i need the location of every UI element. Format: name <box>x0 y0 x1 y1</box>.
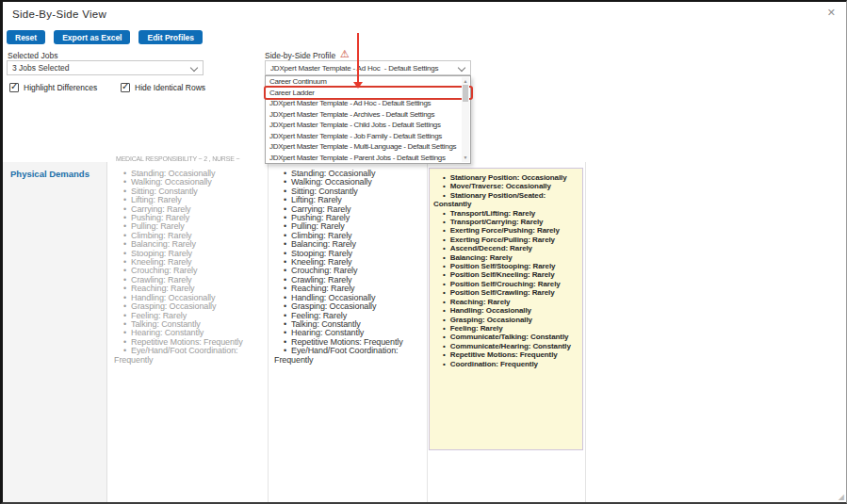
selected-jobs-select[interactable]: 3 Jobs Selected <box>7 60 204 75</box>
demand-item: Position Self/Kneeling: Rarely <box>433 270 578 279</box>
dropdown-option[interactable]: JDXpert Master Template - Multi-Language… <box>266 141 470 153</box>
checkbox-label: Hide Identical Rows <box>135 83 205 92</box>
profile-select[interactable]: JDXpert Master Template - Ad Hoc - Defau… <box>265 60 471 75</box>
hide-identical-rows-checkbox[interactable]: ✓ Hide Identical Rows <box>121 83 205 92</box>
profile-dropdown-list: Career Continuum Career Ladder JDXpert M… <box>265 75 471 164</box>
profile-selected-value: JDXpert Master Template - Ad Hoc - Defau… <box>270 61 455 75</box>
checkmark-icon: ✓ <box>10 81 18 91</box>
scroll-down-icon[interactable]: ▼ <box>462 154 469 161</box>
demand-item: Feeling: Rarely <box>433 324 578 333</box>
demand-column-job2: Standing: OccasionallyWalking: Occasiona… <box>274 170 423 365</box>
demand-column-job3: Stationary Position: OccasionallyMove/Tr… <box>430 169 582 368</box>
reset-button[interactable]: Reset <box>7 30 45 44</box>
demand-item: Eye/Hand/Foot Coordination: Frequently <box>274 347 423 365</box>
demand-item: Position Self/Crouching: Rarely <box>433 280 578 288</box>
annotation-arrow-line <box>357 33 359 83</box>
demand-item: Transport/Lifting: Rarely <box>433 209 578 218</box>
scroll-up-icon[interactable]: ▲ <box>462 78 469 85</box>
dropdown-option[interactable]: JDXpert Master Template - Archives - Def… <box>266 109 470 121</box>
demand-item: Balancing: Rarely <box>433 253 578 262</box>
demand-item: Exerting Force/Pushing: Rarely <box>433 226 578 235</box>
demand-item: Stationary Position: Occasionally <box>433 173 578 182</box>
comparison-table: Physical Demands MEDICAL RESPONSIBILITY … <box>3 162 846 502</box>
demand-item: Coordination: Frequently <box>433 360 578 368</box>
close-icon[interactable]: ✕ <box>827 7 836 19</box>
dropdown-option[interactable]: Career Continuum <box>266 76 470 88</box>
row-header-panel: Physical Demands <box>3 162 107 502</box>
demand-item: Exerting Force/Pulling: Rarely <box>433 236 578 244</box>
checkbox-box: ✓ <box>121 83 130 92</box>
column-separator <box>585 162 586 502</box>
demand-item: Ascend/Decend: Rarely <box>433 244 578 252</box>
edit-profiles-button[interactable]: Edit Profiles <box>138 30 203 44</box>
demand-item: Stationary Position/Seated: Constantly <box>433 191 578 209</box>
export-excel-button[interactable]: Export as Excel <box>54 30 130 44</box>
demand-column-job1: Standing: OccasionallyWalking: Occasiona… <box>114 170 265 365</box>
demand-item: Eye/Hand/Foot Coordination: Frequently <box>114 347 265 365</box>
demand-item: Position Self/Stooping: Rarely <box>433 262 578 270</box>
resize-grip-icon[interactable]: ◢ <box>839 493 844 501</box>
checkbox-label: Highlight Differences <box>24 83 97 92</box>
dropdown-scrollbar[interactable]: ▲ ▼ <box>462 77 469 162</box>
dropdown-option[interactable]: JDXpert Master Template - Child Jobs - D… <box>266 120 470 131</box>
column-separator <box>268 162 269 502</box>
demand-item: Handling: Occasionally <box>433 306 578 315</box>
dropdown-option[interactable]: JDXpert Master Template - Job Family - D… <box>266 131 470 142</box>
chevron-down-icon <box>190 64 198 72</box>
demand-item: Position Self/Crawling: Rarely <box>433 288 578 297</box>
highlighted-differences-panel: Stationary Position: OccasionallyMove/Tr… <box>429 168 583 450</box>
demand-item: Grasping: Occasionally <box>433 316 578 324</box>
dropdown-option[interactable]: Career Ladder <box>266 88 470 99</box>
demand-item: Reaching: Rarely <box>433 298 578 306</box>
checkbox-box: ✓ <box>9 83 19 92</box>
demand-item: Move/Traverse: Occasionally <box>433 182 578 190</box>
scrollbar-thumb[interactable] <box>463 85 468 102</box>
demand-item: Communicate/Talking: Constantly <box>433 333 578 341</box>
highlight-differences-checkbox[interactable]: ✓ Highlight Differences <box>9 83 97 92</box>
side-by-side-dialog: Side-By-Side View ✕ Reset Export as Exce… <box>0 0 847 504</box>
selected-jobs-value: 3 Jobs Selected <box>12 61 187 75</box>
profile-label: Side-by-Side Profile <box>265 51 335 60</box>
chevron-down-icon <box>458 64 465 72</box>
dropdown-option[interactable]: JDXpert Master Template - Ad Hoc - Defau… <box>266 98 470 109</box>
clipped-column-header: MEDICAL RESPONSIBILITY ~ 2 , NURSE ~ <box>116 155 276 165</box>
selected-jobs-label: Selected Jobs <box>8 51 57 60</box>
column-separator <box>427 162 428 502</box>
checkmark-icon: ✓ <box>122 81 129 91</box>
dropdown-option[interactable]: JDXpert Master Template - Parent Jobs - … <box>266 153 470 164</box>
warning-icon: ⚠ <box>340 48 350 60</box>
demand-item: Transport/Carrying: Rarely <box>433 218 578 226</box>
annotation-arrow-head <box>353 82 363 89</box>
demand-item: Communicate/Hearing: Constantly <box>433 342 578 350</box>
physical-demands-label: Physical Demands <box>10 169 90 179</box>
dialog-title: Side-By-Side View <box>12 8 106 20</box>
toolbar: Reset Export as Excel Edit Profiles <box>7 30 203 44</box>
demand-item: Repetitive Motions: Frequently <box>433 350 578 359</box>
